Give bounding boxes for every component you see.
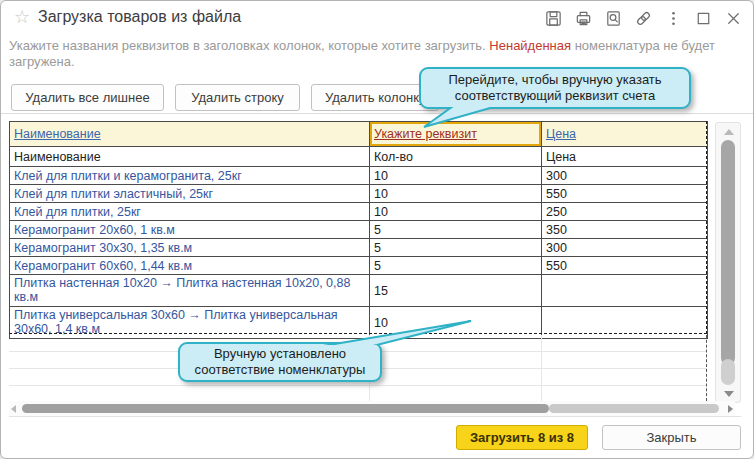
mapping-header-row: Наименование Укажите реквизит Цена xyxy=(10,122,708,147)
cell-price[interactable]: 300 xyxy=(542,167,708,185)
table-row: Клей для плитки, 25кг 10 250 xyxy=(10,203,708,221)
save-icon[interactable] xyxy=(544,9,563,28)
maximize-icon[interactable] xyxy=(694,9,713,28)
cell-name[interactable]: Керамогранит 60x60, 1,44 кв.м xyxy=(10,257,370,275)
cell-price[interactable]: 550 xyxy=(542,185,708,203)
file-header-name[interactable]: Наименование xyxy=(10,147,370,167)
mapping-hint-text: Вручную установлено соответствие номенкл… xyxy=(190,346,370,378)
attribute-hint-callout: Перейдите, чтобы вручную указать соответ… xyxy=(419,67,691,109)
info-text-warning: Ненайденная xyxy=(489,38,571,53)
grid-line xyxy=(541,335,542,401)
load-goods-dialog: ☆ Загрузка товаров из файла Укажите назв… xyxy=(0,0,754,459)
cell-quantity[interactable]: 15 xyxy=(370,275,542,307)
grid-bottom-line xyxy=(9,416,741,417)
titlebar-actions xyxy=(544,9,743,28)
scroll-down-arrow[interactable] xyxy=(724,391,734,397)
print-icon[interactable] xyxy=(574,9,593,28)
vertical-scrollbar-thumb-end[interactable] xyxy=(721,359,735,385)
table-row: Керамогранит 20x60, 1 кв.м 5 350 xyxy=(10,221,708,239)
scroll-left-arrow[interactable] xyxy=(11,405,16,413)
mapping-name-link[interactable]: Наименование xyxy=(14,127,101,141)
table-row: Клей для плитки эластичный, 25кг 10 550 xyxy=(10,185,708,203)
horizontal-scrollbar-thumb[interactable] xyxy=(22,404,549,413)
cell-quantity[interactable]: 5 xyxy=(370,221,542,239)
cell-quantity[interactable]: 10 xyxy=(370,185,542,203)
table-row: Керамогранит 60x60, 1,44 кв.м 5 550 xyxy=(10,257,708,275)
cell-name[interactable]: Клей для плитки эластичный, 25кг xyxy=(10,185,370,203)
cell-price[interactable]: 250 xyxy=(542,203,708,221)
mapping-header-name-cell[interactable]: Наименование xyxy=(10,122,370,147)
load-button[interactable]: Загрузить 8 из 8 xyxy=(456,425,588,450)
table-row: Керамогранит 30x30, 1,35 кв.м 5 300 xyxy=(10,239,708,257)
file-header-quantity[interactable]: Кол-во xyxy=(370,147,542,167)
close-icon[interactable] xyxy=(724,9,743,28)
toolbar-separator xyxy=(1,113,753,114)
attribute-hint-callout-tail xyxy=(414,107,514,129)
cell-price[interactable] xyxy=(542,307,708,339)
more-icon[interactable] xyxy=(664,9,683,28)
mapping-hint-callout-tail xyxy=(301,319,476,345)
cell-price[interactable]: 300 xyxy=(542,239,708,257)
cell-quantity[interactable]: 5 xyxy=(370,239,542,257)
info-text: Укажите названия реквизитов в заголовках… xyxy=(9,38,489,53)
attribute-hint-text: Перейдите, чтобы вручную указать соответ… xyxy=(431,72,679,104)
favorite-star-icon[interactable]: ☆ xyxy=(14,7,30,27)
table-row: Плитка настенная 10x20 → Плитка настенна… xyxy=(10,275,708,307)
delete-row-button[interactable]: Удалить строку xyxy=(175,84,300,111)
mapping-price-link[interactable]: Цена xyxy=(546,127,576,141)
vertical-scrollbar[interactable] xyxy=(715,122,741,403)
cell-name[interactable]: Керамогранит 30x30, 1,35 кв.м xyxy=(10,239,370,257)
info-message: Укажите названия реквизитов в заголовках… xyxy=(9,38,747,70)
cell-price[interactable] xyxy=(542,275,708,307)
cell-quantity[interactable]: 10 xyxy=(370,203,542,221)
delete-all-extra-button[interactable]: Удалить все лишнее xyxy=(11,84,164,111)
cell-price[interactable]: 550 xyxy=(542,257,708,275)
horizontal-scrollbar[interactable] xyxy=(9,401,735,416)
cell-name[interactable]: Клей для плитки, 25кг xyxy=(10,203,370,221)
cell-quantity[interactable]: 5 xyxy=(370,257,542,275)
scroll-right-arrow[interactable] xyxy=(728,405,733,413)
horizontal-scrollbar-thumb-end[interactable] xyxy=(549,404,719,413)
dialog-title: Загрузка товаров из файла xyxy=(38,8,241,26)
cell-quantity[interactable]: 10 xyxy=(370,167,542,185)
specify-attribute-link[interactable]: Укажите реквизит xyxy=(374,127,477,141)
file-header-price[interactable]: Цена xyxy=(542,147,708,167)
cell-name[interactable]: Клей для плитки и керамогранита, 25кг xyxy=(10,167,370,185)
cell-name[interactable]: Плитка настенная 10x20 → Плитка настенна… xyxy=(10,275,370,307)
preview-icon[interactable] xyxy=(604,9,623,28)
goods-table: Наименование Укажите реквизит Цена Наиме… xyxy=(9,121,708,339)
cell-name[interactable]: Керамогранит 20x60, 1 кв.м xyxy=(10,221,370,239)
close-button[interactable]: Закрыть xyxy=(602,425,741,450)
mapping-hint-callout: Вручную установлено соответствие номенкл… xyxy=(178,342,382,382)
table-row: Клей для плитки и керамогранита, 25кг 10… xyxy=(10,167,708,185)
link-icon[interactable] xyxy=(634,9,653,28)
mapping-header-price-cell[interactable]: Цена xyxy=(542,122,708,147)
vertical-scrollbar-thumb[interactable] xyxy=(721,140,735,365)
file-header-row: Наименование Кол-во Цена xyxy=(10,147,708,167)
cell-price[interactable]: 350 xyxy=(542,221,708,239)
scroll-up-arrow[interactable] xyxy=(724,129,734,135)
